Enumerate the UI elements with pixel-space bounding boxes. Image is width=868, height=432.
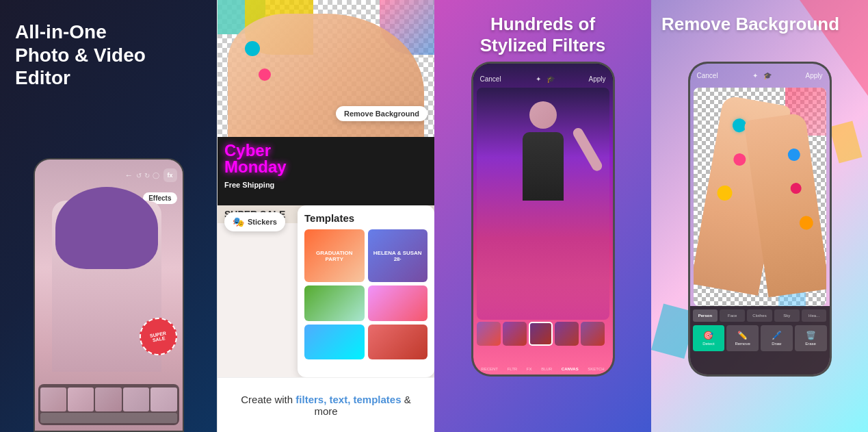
dancer-body <box>523 132 564 201</box>
eraser-icon: ✏️ <box>737 331 748 340</box>
glow-bottom <box>477 279 609 320</box>
ring-3 <box>715 184 733 201</box>
panel-2: Remove Background CyberMonday Free Shipp… <box>217 0 434 432</box>
cat-tab-person[interactable]: Person <box>693 309 718 322</box>
filter-tab-labels: RECENT FLTR FX BLUR CANVAS SKETCH <box>473 367 613 371</box>
template-item-5 <box>304 325 365 359</box>
filter-thumb-2[interactable] <box>503 322 527 346</box>
action-tab-draw[interactable]: 🖊️ Draw <box>761 325 793 351</box>
category-tabs-row: Person Face Clothes Sky Hea... <box>693 309 827 322</box>
panel-2-caption-area: Create with filters, text, templates & m… <box>218 377 434 432</box>
erase-icon: 🗑️ <box>806 331 816 340</box>
apply-btn-4[interactable]: Apply <box>805 72 822 79</box>
caption-highlight-text: text, <box>330 394 351 405</box>
action-tabs-row: 🎯 Detect ✏️ Remove 🖊️ Draw 🗑️ Erase <box>693 325 827 351</box>
tab-recent[interactable]: RECENT <box>481 367 498 371</box>
caption-highlight-filters: filters, <box>295 394 326 405</box>
panel-1: All-in-One Photo & Video Editor ← ↺ ↻ ◯ … <box>0 0 217 432</box>
phone-mockup-4: Cancel ✦ 🎓 Apply <box>688 62 832 377</box>
phone-screen-3: Cancel ✦ 🎓 Apply <box>473 64 613 374</box>
cat-tab-head[interactable]: Hea... <box>802 309 827 322</box>
tab-fx[interactable]: FX <box>527 367 532 371</box>
tab-canvas[interactable]: CANVAS <box>562 367 579 371</box>
dancer-area <box>477 88 609 320</box>
phone-mockup-3: Cancel ✦ 🎓 Apply <box>471 62 615 377</box>
ring-teal <box>245 41 260 56</box>
template-item-4 <box>368 285 428 320</box>
filter-thumbnails-row <box>473 320 613 347</box>
panel-3: Hundreds of Stylized Filters Cancel ✦ 🎓 … <box>434 0 651 432</box>
yellow-rect-accent <box>829 120 862 163</box>
template-item-1: GRADUATIONPARTY <box>304 229 365 282</box>
ring-4 <box>787 148 800 162</box>
panel-2-middle: SUPER SALE Templates GRADUATIONPARTY HEL… <box>218 205 434 377</box>
hat-icon[interactable]: 🎓 <box>547 75 555 83</box>
detect-icon: 🎯 <box>703 331 713 340</box>
filter-thumb-5[interactable] <box>581 322 605 346</box>
remove-bg-tooltip: Remove Background <box>336 106 428 121</box>
stickers-tooltip: 🎭 Stickers <box>224 212 285 231</box>
panel-4-title: Remove Background <box>661 14 858 35</box>
apply-btn-3[interactable]: Apply <box>588 75 605 83</box>
templates-grid: GRADUATIONPARTY HELENA & SUSAN28· <box>304 229 428 359</box>
shipping-text: Free Shipping <box>218 181 434 189</box>
template-item-2: HELENA & SUSAN28· <box>368 229 428 282</box>
action-tab-erase[interactable]: 🗑️ Erase <box>795 325 827 351</box>
cyber-monday-text: CyberMonday <box>218 137 434 181</box>
hat-icon-4[interactable]: 🎓 <box>763 72 772 79</box>
tab-fltr[interactable]: FLTR <box>508 367 518 371</box>
templates-title: Templates <box>304 212 428 224</box>
toolbar-actions-4: ✦ 🎓 <box>752 72 772 79</box>
dancer-silhouette <box>512 101 574 252</box>
cancel-btn-3[interactable]: Cancel <box>480 75 501 83</box>
filter-thumb-1[interactable] <box>477 322 501 346</box>
action-tab-detect[interactable]: 🎯 Detect <box>693 325 725 351</box>
phone-toolbar-4: Cancel ✦ 🎓 Apply <box>690 67 830 84</box>
phone-mockup-1: ← ↺ ↻ ◯ fx Effects SUPER SALE <box>34 158 184 432</box>
action-tab-remove[interactable]: ✏️ Remove <box>726 325 759 351</box>
bottom-panel-4: Person Face Clothes Sky Hea... 🎯 Detect … <box>690 306 830 374</box>
panel-1-title: All-in-One Photo & Video Editor <box>15 21 202 90</box>
ring-2 <box>732 153 746 167</box>
hands-display-area <box>694 88 826 306</box>
tab-sketch[interactable]: SKETCH <box>588 367 604 371</box>
timeline-wave <box>40 413 177 423</box>
cat-tab-face[interactable]: Face <box>720 309 745 322</box>
phone-screen-1: ← ↺ ↻ ◯ fx Effects SUPER SALE <box>35 160 183 431</box>
tab-blur[interactable]: BLUR <box>541 367 552 371</box>
phone-screen-4: Cancel ✦ 🎓 Apply <box>690 64 830 374</box>
filter-thumb-4[interactable] <box>555 322 579 346</box>
phone-toolbar-1: ← ↺ ↻ ◯ fx <box>35 165 183 186</box>
dancer-head <box>529 101 557 129</box>
cyber-monday-area: CyberMonday Free Shipping <box>218 137 434 205</box>
toolbar-actions: ✦ 🎓 <box>536 75 555 83</box>
caption-highlight-templates: templates <box>354 394 402 405</box>
magic-icon[interactable]: ✦ <box>536 75 541 83</box>
hair-element <box>55 187 158 269</box>
template-item-6 <box>368 325 428 359</box>
panel-2-caption: Create with filters, text, templates & m… <box>231 394 421 417</box>
template-item-3 <box>304 285 365 320</box>
draw-icon: 🖊️ <box>772 331 782 340</box>
templates-card: Templates GRADUATIONPARTY HELENA & SUSAN… <box>298 205 434 377</box>
cat-tab-sky[interactable]: Sky <box>774 309 800 322</box>
timeline-bar <box>38 384 179 425</box>
panel-4: Remove Background Cancel ✦ 🎓 Apply <box>651 0 868 432</box>
fx-icon[interactable]: fx <box>163 168 177 182</box>
panel-3-title: Hundreds of Stylized Filters <box>434 14 651 56</box>
filter-thumb-3-active[interactable] <box>529 322 553 346</box>
ring-5 <box>789 182 802 194</box>
cancel-btn-4[interactable]: Cancel <box>697 72 718 79</box>
phone-toolbar-3: Cancel ✦ 🎓 Apply <box>473 69 613 88</box>
cat-tab-clothes[interactable]: Clothes <box>747 309 772 322</box>
ring-pink <box>259 68 271 81</box>
wand-icon-4[interactable]: ✦ <box>752 72 758 79</box>
ring-6 <box>798 215 814 231</box>
